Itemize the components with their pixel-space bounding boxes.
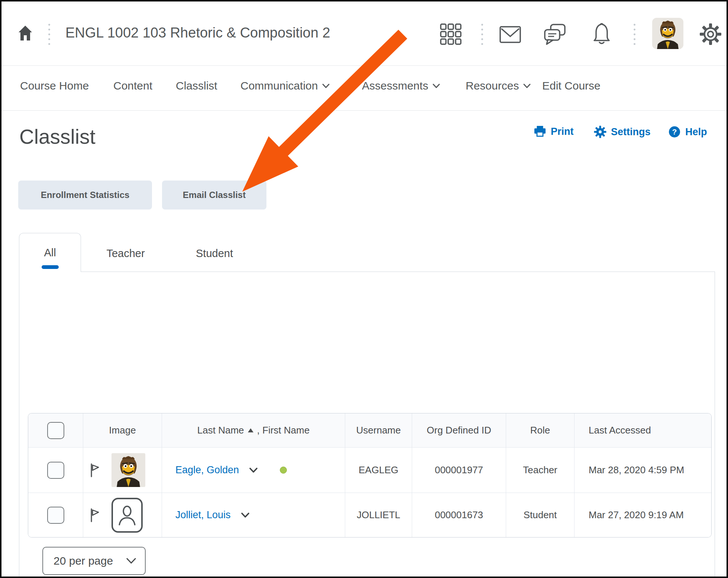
row-image-cell [83,493,162,537]
row-role: Student [506,493,574,537]
mail-icon [499,26,521,43]
chevron-down-icon [322,84,330,88]
notifications-button[interactable] [592,22,611,45]
header-name-sort[interactable]: Last Name , First Name [162,413,345,447]
print-action[interactable]: Print [534,126,574,137]
chat-icon [544,24,566,45]
app-grid-icon [440,23,462,45]
header-username: Username [345,413,412,447]
row-username: JOLLIETL [345,493,412,537]
home-icon [18,25,33,41]
user-name-link[interactable]: Jolliet, Louis [175,509,231,521]
topbar-divider-line [1,65,727,66]
nav-communication[interactable]: Communication [240,79,330,92]
enrollment-statistics-button[interactable]: Enrollment Statistics [18,181,152,210]
profile-placeholder [111,498,143,533]
tab-student[interactable]: Student [196,247,233,260]
person-silhouette-icon [117,504,137,527]
mail-button[interactable] [499,26,521,43]
app-grid-button[interactable] [440,23,462,45]
user-avatar[interactable] [652,18,683,49]
bell-icon [592,22,611,45]
settings-action[interactable]: Settings [594,126,651,138]
select-all-checkbox[interactable] [47,422,64,439]
row-name-cell: Jolliet, Louis [162,493,345,537]
row-role: Teacher [506,448,574,493]
flag-icon[interactable] [89,508,100,523]
row-name-cell: Eagle, Golden [162,448,345,493]
navbar-divider-line [1,110,727,111]
nav-classlist[interactable]: Classlist [176,79,217,92]
question-circle-icon: ? [668,126,681,138]
active-tab-indicator [42,265,59,269]
row-checkbox[interactable] [47,462,64,479]
per-page-select[interactable]: 20 per page [42,547,146,575]
user-menu-chevron-icon[interactable] [241,513,249,518]
topbar-divider [634,22,635,46]
nav-edit-course[interactable]: Edit Course [542,79,601,92]
row-select-cell [28,493,83,537]
row-org-defined-id: 000001673 [412,493,506,537]
tab-all[interactable]: All [19,233,81,272]
help-action[interactable]: ? Help [668,126,707,138]
row-org-defined-id: 000001977 [412,448,506,493]
course-title: ENGL 1002 103 Rhetoric & Composition 2 [65,25,330,41]
row-image-cell [83,448,162,493]
topbar-divider [48,22,50,46]
user-avatar-image [652,18,683,49]
sort-ascending-icon [248,428,253,432]
brightspace-classlist-page: ENGL 1002 103 Rhetoric & Composition 2 [0,0,728,578]
topbar-divider [481,22,483,46]
flag-icon[interactable] [89,463,100,478]
row-last-accessed: Mar 27, 2020 9:19 AM [574,493,711,537]
row-username: EAGLEG [345,448,412,493]
tab-teacher[interactable]: Teacher [106,247,145,260]
row-select-cell [28,448,83,493]
chevron-down-icon [523,84,531,88]
classlist-table: Image Last Name , First Name Username Or… [28,413,712,538]
user-menu-chevron-icon[interactable] [249,468,258,473]
email-classlist-button[interactable]: Email Classlist [162,181,266,210]
select-all-cell [28,413,83,447]
home-button[interactable] [18,25,33,42]
gear-icon [594,126,606,138]
nav-resources[interactable]: Resources [466,79,531,92]
profile-photo [111,453,145,487]
nav-content[interactable]: Content [113,79,152,92]
header-image: Image [83,413,162,447]
chevron-down-icon [126,558,136,564]
nav-assessments[interactable]: Assessments [362,79,440,92]
nav-course-home[interactable]: Course Home [20,79,89,92]
gear-icon [699,23,722,45]
header-org-defined-id: Org Defined ID [412,413,506,447]
svg-text:?: ? [672,127,677,136]
header-role: Role [506,413,574,447]
online-status-dot [280,467,287,474]
table-header-row: Image Last Name , First Name Username Or… [28,413,711,447]
printer-icon [534,126,546,137]
chat-button[interactable] [544,24,566,45]
table-row: Eagle, Golden EAGLEG 000001977 Teacher M… [28,447,711,493]
header-last-accessed: Last Accessed [574,413,711,447]
row-checkbox[interactable] [47,507,64,524]
page-title: Classlist [19,125,96,149]
account-settings-button[interactable] [699,23,722,45]
user-name-link[interactable]: Eagle, Golden [175,464,239,476]
chevron-down-icon [433,84,440,88]
row-last-accessed: Mar 28, 2020 4:59 PM [574,448,711,493]
table-row: Jolliet, Louis JOLLIETL 000001673 Studen… [28,493,711,537]
